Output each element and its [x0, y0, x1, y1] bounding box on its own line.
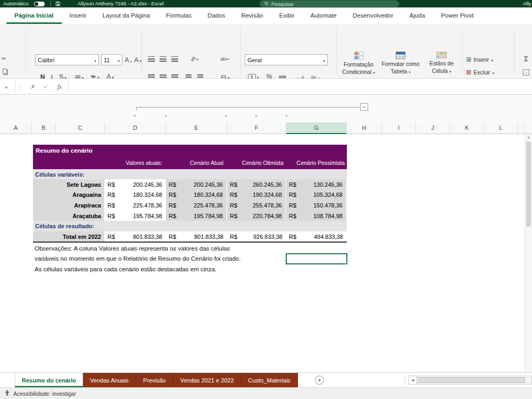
name-box[interactable] — [2, 81, 11, 93]
horizontal-scroll-thumb[interactable] — [419, 377, 525, 383]
section-variable-cells: Células variáveis: — [33, 169, 347, 179]
tab-automate[interactable]: Automate — [303, 7, 345, 24]
autosum-button[interactable] — [521, 54, 531, 63]
value-cell[interactable]: R$150.478,36 — [286, 200, 347, 211]
column-header-c[interactable]: C — [56, 122, 105, 134]
tab-desenvolvedor[interactable]: Desenvolvedor — [345, 7, 402, 24]
orientation-icon — [188, 54, 197, 63]
value-cell[interactable]: R$180.324,68 — [166, 189, 227, 200]
value-cell[interactable]: R$195.784,98 — [105, 211, 166, 221]
wrap-text-button[interactable] — [217, 54, 233, 63]
tab-formulas[interactable]: Fórmulas — [158, 7, 200, 24]
accessibility-status[interactable]: Acessibilidade: investigar — [13, 390, 76, 397]
value-cell[interactable]: R$225.478,36 — [105, 200, 166, 211]
value-cell[interactable]: R$220.784,98 — [227, 211, 286, 221]
column-header-j[interactable]: J — [416, 122, 450, 134]
cancel-button[interactable] — [28, 81, 38, 93]
section-result-cells: Células de resultado: — [33, 221, 347, 231]
column-header-b[interactable]: B — [32, 122, 56, 134]
value-cell[interactable]: R$260.245,36 — [227, 179, 286, 189]
copy-button[interactable] — [1, 68, 9, 75]
paint-bucket-icon — [90, 75, 96, 79]
column-header-h[interactable]: H — [347, 122, 382, 134]
column-header-g[interactable]: G — [286, 122, 347, 134]
tab-inserir[interactable]: Inserir — [62, 7, 95, 24]
vertical-scroll-thumb[interactable] — [526, 142, 531, 227]
tab-dados[interactable]: Dados — [200, 7, 233, 24]
row-label: Total em 2022 — [33, 231, 105, 242]
tab-power-pivot[interactable]: Power Pivot — [433, 7, 481, 24]
selected-cell[interactable] — [286, 253, 347, 264]
user-name: Ally — [523, 0, 531, 7]
tab-layout-da-pagina[interactable]: Layout da Página — [94, 7, 158, 24]
number-format-select[interactable]: Geral — [245, 54, 328, 65]
wrap-text-icon — [220, 55, 230, 62]
sheet-tab-resumo-do-cenario[interactable]: Resumo do cenário — [15, 373, 83, 387]
orientation-button[interactable] — [186, 54, 202, 63]
value-cell[interactable]: R$801.833,38 — [105, 231, 166, 242]
sheet-tab-previsao[interactable]: Previsão — [136, 373, 173, 387]
align-top-button[interactable] — [147, 55, 155, 63]
fill-handle[interactable] — [345, 262, 348, 265]
value-cell[interactable]: R$255.478,36 — [227, 200, 286, 211]
value-cell[interactable]: R$195.784,98 — [166, 211, 227, 221]
value-cell[interactable]: R$200.245,36 — [166, 179, 227, 189]
value-cell[interactable]: R$130.245,36 — [286, 179, 347, 189]
drag-handle[interactable]: ⋮ — [17, 81, 22, 93]
search-box[interactable]: Pesquisar — [260, 1, 399, 7]
tab-ajuda[interactable]: Ajuda — [401, 7, 433, 24]
insert-cells-button[interactable]: Inserir — [466, 54, 493, 65]
column-header-k[interactable]: K — [450, 122, 484, 134]
fill-button[interactable] — [521, 68, 531, 77]
sheet-tab-custo-materiais[interactable]: Custo_Materiais — [242, 373, 298, 387]
vertical-scrollbar[interactable]: ▲ — [525, 134, 532, 372]
value-cell[interactable]: R$108.784,98 — [286, 211, 347, 221]
currency-symbol: R$ — [230, 192, 237, 198]
font-name-select[interactable]: Calibri — [35, 54, 99, 65]
value-cell[interactable]: R$494.833,38 — [286, 231, 347, 242]
value-cell[interactable]: R$200.245,36 — [105, 179, 166, 189]
align-bottom-button[interactable] — [170, 55, 179, 63]
column-header-partial — [518, 122, 525, 134]
scroll-left-button[interactable] — [409, 376, 417, 385]
new-sheet-button[interactable] — [315, 376, 324, 385]
column-header-a[interactable]: A — [0, 122, 32, 134]
font-size-select[interactable]: 11 — [101, 54, 122, 65]
column-header-d[interactable]: D — [105, 122, 166, 134]
value-cell[interactable]: R$801.833,38 — [166, 231, 227, 242]
column-header-f[interactable]: F — [227, 122, 286, 134]
currency-symbol: R$ — [169, 213, 176, 219]
insert-function-button[interactable]: fx — [53, 81, 66, 93]
cut-button[interactable] — [0, 55, 7, 62]
scroll-up-icon[interactable]: ▲ — [527, 135, 530, 139]
tab-exibir[interactable]: Exibir — [271, 7, 303, 24]
align-middle-button[interactable] — [159, 55, 167, 63]
value-cell[interactable]: R$926.833,38 — [227, 231, 286, 242]
delete-cells-button[interactable]: Excluir — [466, 67, 494, 78]
increase-font-button[interactable] — [123, 54, 133, 65]
column-header-i[interactable]: I — [382, 122, 416, 134]
sheet-tab-vendas-anuais[interactable]: Vendas Anuais — [83, 373, 136, 387]
tab-pagina-inicial[interactable]: Página Inicial — [6, 7, 62, 24]
cell-value: 190.324,68 — [253, 192, 282, 198]
value-cell[interactable]: R$180.324,68 — [105, 189, 166, 200]
value-cell[interactable]: R$105.324,68 — [286, 189, 347, 200]
tab-revisao[interactable]: Revisão — [233, 7, 271, 24]
column-header-e[interactable]: E — [166, 122, 227, 134]
table-title: Resumo do cenário — [36, 145, 93, 157]
formula-input[interactable] — [71, 81, 523, 93]
col-header-cenario-pessimista: Cenário Pessimista — [289, 157, 345, 169]
sheet-tab-vendas-2021-e-2022[interactable]: Vendas 2021 e 2022 — [173, 373, 242, 387]
enter-button[interactable] — [40, 81, 51, 93]
value-cell[interactable]: R$225.478,36 — [166, 200, 227, 211]
collapse-group-button[interactable] — [360, 103, 368, 111]
decrease-font-button[interactable] — [133, 54, 143, 65]
currency-symbol: R$ — [169, 202, 176, 209]
cell-value: 200.245,36 — [133, 181, 162, 188]
accessibility-icon — [4, 390, 10, 397]
cell-value: 195.784,98 — [133, 213, 162, 219]
autosave-toggle[interactable] — [34, 2, 45, 6]
horizontal-scrollbar[interactable] — [417, 376, 532, 385]
column-header-l[interactable]: L — [484, 122, 518, 134]
value-cell[interactable]: R$190.324,68 — [227, 189, 286, 200]
